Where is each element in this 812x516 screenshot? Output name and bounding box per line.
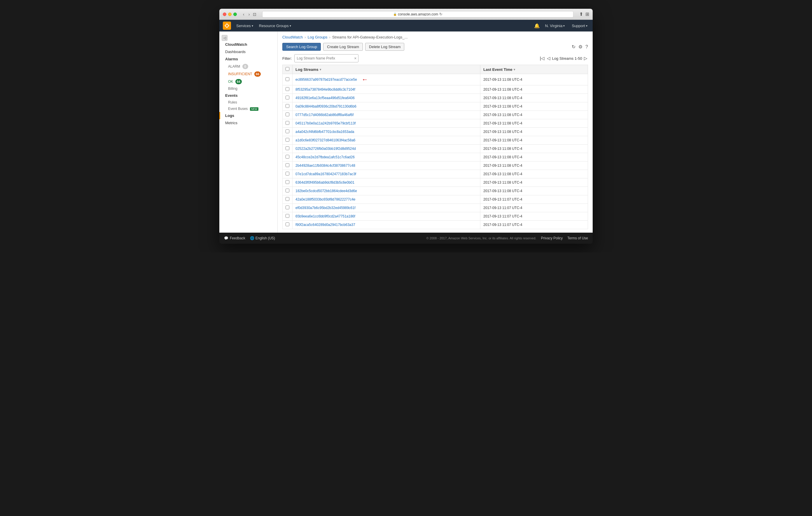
table-row: 07e1cd7dca89a1678042477183b7ac3f2017-09-… — [283, 170, 588, 178]
first-page-button[interactable]: |◁ — [539, 55, 545, 62]
aws-logo[interactable] — [223, 22, 231, 30]
table-row: 6364d3f0f495b6ab9dcf8d3b5c6e0b012017-09-… — [283, 178, 588, 187]
stream-name-link-3[interactable]: 0a09c8844ba8f0936c20bd791130d6b6 — [295, 104, 356, 109]
row-checkbox-5[interactable] — [286, 121, 289, 125]
language-button[interactable]: 🌐 English (US) — [250, 236, 275, 240]
insufficient-badge: 66 — [254, 71, 261, 77]
stream-name-link-14[interactable]: 42a0e188f5033bc65bf8d78622277c4e — [295, 198, 355, 202]
support-nav[interactable]: Support ▾ — [570, 24, 589, 28]
breadcrumb-cloudwatch[interactable]: CloudWatch — [282, 35, 303, 39]
tab-button[interactable]: ⊡ — [253, 12, 256, 17]
feedback-button[interactable]: 💬 Feedback — [224, 236, 245, 240]
share-button[interactable]: ⬆ — [579, 11, 583, 17]
stream-name-link-12[interactable]: 6364d3f0f495b6ab9dcf8d3b5c6e0b01 — [295, 180, 354, 185]
settings-button[interactable]: ⚙ — [578, 44, 582, 50]
region-nav[interactable]: N. Virginia ▾ — [543, 24, 567, 28]
url-bar[interactable]: 🔒 console.aws.amazon.com ↻ — [262, 11, 573, 18]
row-checkbox-0[interactable] — [286, 77, 289, 81]
stream-name-link-4[interactable]: 0777d5c17d4066b82ab86dff8a46af6f — [295, 113, 353, 117]
filter-bar: Filter: × |◁ ◁ Log Streams 1-50 ▷ — [282, 54, 588, 62]
forward-button[interactable]: › — [247, 11, 252, 17]
back-button[interactable]: ‹ — [241, 11, 246, 17]
stream-name-link-1[interactable]: 8f53295a73878494e9bc8dd6c3c7104f — [295, 87, 355, 92]
sidebar-item-cloudwatch[interactable]: CloudWatch — [219, 41, 278, 48]
stream-name-link-7[interactable]: a1d0c6e83f027327d8461063f4ac58a6 — [295, 138, 355, 142]
sidebar-item-logs[interactable]: Logs — [219, 112, 278, 119]
log-streams-sort[interactable]: Log Streams ▾ — [295, 67, 321, 72]
row-checkbox-17[interactable] — [286, 222, 289, 226]
filter-input[interactable] — [294, 54, 358, 62]
table-row: a4a042cf4fd6bfb47701cbc8a1653ada2017-09-… — [283, 128, 588, 136]
stream-name-link-9[interactable]: 45c48cce2e2d7fbdea1afc51c7c6ad26 — [295, 155, 355, 159]
stream-name-link-16[interactable]: 65b9eea6e1cc6bb9f0cd2a47751a186f — [295, 214, 355, 218]
sidebar-item-events[interactable]: Events — [219, 92, 278, 99]
copyright-text: © 2008 - 2017, Amazon Web Services, Inc.… — [427, 236, 536, 240]
row-checkbox-9[interactable] — [286, 155, 289, 159]
table-row: 0777d5c17d4066b82ab86dff8a46af6f2017-09-… — [283, 111, 588, 119]
table-row: a1d0c6e83f027327d8461063f4ac58a62017-09-… — [283, 136, 588, 145]
row-checkbox-16[interactable] — [286, 214, 289, 218]
sidebar-item-metrics[interactable]: Metrics — [219, 119, 278, 126]
row-checkbox-8[interactable] — [286, 146, 289, 150]
row-checkbox-6[interactable] — [286, 129, 289, 133]
row-checkbox-10[interactable] — [286, 163, 289, 167]
notifications-icon[interactable]: 🔔 — [534, 23, 540, 29]
sidebar-item-alarms[interactable]: Alarms — [219, 55, 278, 63]
next-page-button[interactable]: ▷ — [583, 55, 588, 62]
last-event-time-0: 2017-09-13 11:08 UTC-4 — [481, 74, 588, 85]
stream-name-link-13[interactable]: 182be0c5cdcd5072bb1864cdee4d3d6e — [295, 189, 357, 193]
delete-log-stream-button[interactable]: Delete Log Stream — [365, 43, 404, 51]
privacy-policy-link[interactable]: Privacy Policy — [541, 236, 563, 240]
last-event-sort[interactable]: Last Event Time ▾ — [483, 67, 515, 72]
sidebar-sub-event-buses[interactable]: Event Buses NEW — [219, 105, 278, 112]
stream-name-link-2[interactable]: 49182f81e6a13cf5eaa496d51fea6406 — [295, 96, 355, 100]
row-checkbox-1[interactable] — [286, 87, 289, 91]
resource-groups-nav[interactable]: Resource Groups ▾ — [257, 24, 293, 28]
row-checkbox-13[interactable] — [286, 189, 289, 192]
row-checkbox-4[interactable] — [286, 113, 289, 116]
sidebar-collapse-button[interactable]: ◁ — [222, 35, 228, 41]
browser-actions: ⬆ ⊞ — [579, 11, 589, 17]
prev-page-button[interactable]: ◁ — [546, 55, 551, 62]
alarm-badge: 0 — [242, 64, 248, 69]
close-button[interactable] — [223, 12, 226, 16]
terms-of-use-link[interactable]: Terms of Use — [567, 236, 588, 240]
row-checkbox-3[interactable] — [286, 104, 289, 108]
new-tab-button[interactable]: ⊞ — [585, 11, 589, 17]
row-checkbox-7[interactable] — [286, 138, 289, 142]
stream-name-link-17[interactable]: f90f2aca5c640289d0a29417bcb63a37 — [295, 223, 355, 227]
row-checkbox-2[interactable] — [286, 96, 289, 99]
maximize-button[interactable] — [233, 12, 237, 16]
last-event-time-16: 2017-09-13 11:07 UTC-4 — [481, 212, 588, 221]
table-row: 42a0e188f5033bc65bf8d78622277c4e2017-09-… — [283, 195, 588, 204]
refresh-button[interactable]: ↻ — [572, 44, 576, 50]
stream-name-link-15[interactable]: ef0d3930a7b6c95bd2b32ed45989c61f — [295, 206, 355, 210]
sidebar-sub-insufficient[interactable]: INSUFFICIENT 66 — [219, 70, 278, 78]
help-button[interactable]: ? — [585, 44, 588, 50]
minimize-button[interactable] — [228, 12, 232, 16]
sidebar-sub-alarm[interactable]: ALARM 0 — [219, 63, 278, 70]
row-checkbox-14[interactable] — [286, 197, 289, 201]
row-checkbox-11[interactable] — [286, 172, 289, 176]
services-nav[interactable]: Services ▾ — [234, 24, 255, 28]
stream-name-link-10[interactable]: 2b44928ae11fb9384c4cf38708677c48 — [295, 163, 355, 168]
row-checkbox-12[interactable] — [286, 180, 289, 184]
stream-name-link-11[interactable]: 07e1cd7dca89a1678042477183b7ac3f — [295, 172, 356, 176]
reload-button[interactable]: ↻ — [439, 12, 442, 16]
stream-name-link-5[interactable]: 045117b0e0a11a242b9765e79cbf113f — [295, 121, 355, 125]
breadcrumb-log-groups[interactable]: Log Groups — [308, 35, 327, 39]
sidebar-sub-billing[interactable]: Billing — [219, 85, 278, 92]
select-all-checkbox[interactable] — [286, 67, 289, 71]
stream-name-link-0[interactable]: ec8956637a99787bd197eacd77acce5e — [295, 78, 357, 82]
search-log-group-button[interactable]: Search Log Group — [282, 43, 321, 51]
sidebar-sub-ok[interactable]: OK 64 — [219, 78, 278, 85]
stream-name-arrow-wrap: ec8956637a99787bd197eacd77acce5e← — [295, 76, 477, 83]
row-checkbox-15[interactable] — [286, 206, 289, 209]
filter-clear-button[interactable]: × — [354, 56, 356, 60]
sidebar-item-dashboards[interactable]: Dashboards — [219, 48, 278, 55]
stream-name-link-6[interactable]: a4a042cf4fd6bfb47701cbc8a1653ada — [295, 130, 354, 134]
new-badge: NEW — [250, 107, 258, 111]
create-log-stream-button[interactable]: Create Log Stream — [323, 43, 363, 51]
sidebar-sub-rules[interactable]: Rules — [219, 99, 278, 105]
stream-name-link-8[interactable]: 02522a2b2726fb0a03bb19f2d8d9524d — [295, 147, 356, 151]
